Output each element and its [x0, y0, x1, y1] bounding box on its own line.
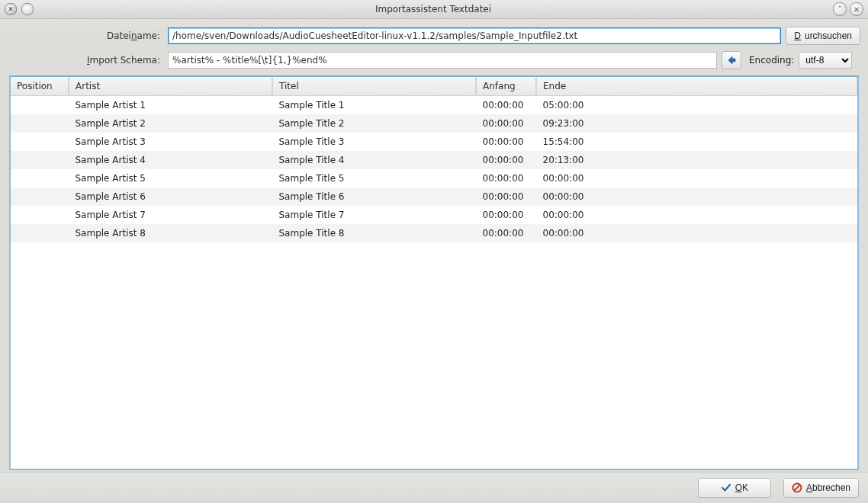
dialog-body: Dateiname: Durchsuchen Import Schema: En… — [0, 19, 868, 470]
browse-button[interactable]: Durchsuchen — [786, 27, 860, 45]
table-row[interactable]: Sample Artist 4Sample Title 400:00:0020:… — [11, 151, 857, 169]
table-row[interactable]: Sample Artist 3Sample Title 300:00:0015:… — [11, 133, 857, 151]
encoding-label: Encoding: — [741, 55, 799, 66]
filename-label: Dateiname: — [8, 30, 168, 41]
table-row[interactable]: Sample Artist 8Sample Title 800:00:0000:… — [11, 224, 857, 242]
cell-start: 00:00:00 — [477, 169, 537, 187]
header-start[interactable]: Anfang — [477, 77, 537, 96]
cell-position — [11, 114, 69, 133]
cell-title: Sample Title 6 — [273, 187, 477, 206]
cell-artist: Sample Artist 5 — [69, 169, 273, 187]
cell-artist: Sample Artist 7 — [69, 206, 273, 224]
titlebar-right: ˄ ✕ — [833, 2, 863, 16]
cell-title: Sample Title 4 — [273, 151, 477, 169]
close-icon[interactable]: ✕ — [850, 2, 863, 16]
preview-table: Position Artist Titel Anfang Ende Sample… — [11, 77, 857, 242]
cell-end: 15:54:00 — [537, 133, 857, 151]
cell-end: 00:00:00 — [537, 206, 857, 224]
cell-position — [11, 151, 69, 169]
cell-start: 00:00:00 — [477, 187, 537, 206]
cell-artist: Sample Artist 2 — [69, 114, 273, 133]
preview-table-wrap[interactable]: Position Artist Titel Anfang Ende Sample… — [9, 75, 859, 470]
table-row[interactable]: Sample Artist 5Sample Title 500:00:0000:… — [11, 169, 857, 187]
cell-position — [11, 224, 69, 242]
svg-line-1 — [794, 485, 799, 491]
arrow-left-icon — [726, 55, 737, 66]
cell-artist: Sample Artist 1 — [69, 96, 273, 115]
schema-label: Import Schema: — [8, 55, 168, 66]
app-icon — [21, 3, 34, 15]
ok-button[interactable]: OK — [698, 478, 771, 498]
filename-row: Dateiname: Durchsuchen — [8, 27, 860, 45]
filename-input[interactable] — [168, 27, 781, 44]
cell-artist: Sample Artist 8 — [69, 224, 273, 242]
table-row[interactable]: Sample Artist 1Sample Title 100:00:0005:… — [11, 96, 857, 115]
cell-title: Sample Title 2 — [273, 114, 477, 133]
cancel-icon — [792, 482, 802, 493]
encoding-select[interactable]: utf-8 — [799, 52, 852, 69]
app-menu-icon[interactable]: ✕ — [5, 3, 17, 15]
schema-input[interactable] — [168, 52, 717, 69]
cell-start: 00:00:00 — [477, 133, 537, 151]
header-artist[interactable]: Artist — [69, 77, 273, 96]
cancel-button[interactable]: Abbrechen — [783, 478, 859, 498]
dialog-footer: OK Abbrechen — [0, 472, 868, 503]
window-title: Importassistent Textdatei — [38, 4, 828, 14]
cell-start: 00:00:00 — [477, 114, 537, 133]
header-title[interactable]: Titel — [273, 77, 477, 96]
table-row[interactable]: Sample Artist 7Sample Title 700:00:0000:… — [11, 206, 857, 224]
table-row[interactable]: Sample Artist 6Sample Title 600:00:0000:… — [11, 187, 857, 206]
cell-end: 05:00:00 — [537, 96, 857, 115]
cell-end: 00:00:00 — [537, 187, 857, 206]
cell-title: Sample Title 7 — [273, 206, 477, 224]
table-header-row: Position Artist Titel Anfang Ende — [11, 77, 857, 96]
cell-position — [11, 133, 69, 151]
cell-title: Sample Title 5 — [273, 169, 477, 187]
cell-title: Sample Title 8 — [273, 224, 477, 242]
window: ✕ Importassistent Textdatei ˄ ✕ Dateinam… — [0, 0, 868, 503]
cell-end: 20:13:00 — [537, 151, 857, 169]
ok-check-icon — [721, 482, 731, 493]
cell-artist: Sample Artist 6 — [69, 187, 273, 206]
cell-position — [11, 187, 69, 206]
table-row[interactable]: Sample Artist 2Sample Title 200:00:0009:… — [11, 114, 857, 133]
titlebar[interactable]: ✕ Importassistent Textdatei ˄ ✕ — [0, 0, 868, 19]
cell-end: 00:00:00 — [537, 169, 857, 187]
schema-row: Import Schema: Encoding: utf-8 — [8, 51, 860, 69]
cell-start: 00:00:00 — [477, 151, 537, 169]
cell-position — [11, 96, 69, 115]
cell-position — [11, 206, 69, 224]
back-button[interactable] — [722, 51, 741, 69]
cell-title: Sample Title 1 — [273, 96, 477, 115]
table-body: Sample Artist 1Sample Title 100:00:0005:… — [11, 96, 857, 243]
cell-title: Sample Title 3 — [273, 133, 477, 151]
titlebar-left: ✕ — [5, 3, 34, 15]
cell-start: 00:00:00 — [477, 224, 537, 242]
cell-start: 00:00:00 — [477, 206, 537, 224]
cell-start: 00:00:00 — [477, 96, 537, 115]
cell-artist: Sample Artist 4 — [69, 151, 273, 169]
cell-position — [11, 169, 69, 187]
rollup-icon[interactable]: ˄ — [833, 2, 847, 16]
header-end[interactable]: Ende — [537, 77, 857, 96]
header-position[interactable]: Position — [11, 77, 69, 96]
cell-end: 09:23:00 — [537, 114, 857, 133]
cell-end: 00:00:00 — [537, 224, 857, 242]
cell-artist: Sample Artist 3 — [69, 133, 273, 151]
